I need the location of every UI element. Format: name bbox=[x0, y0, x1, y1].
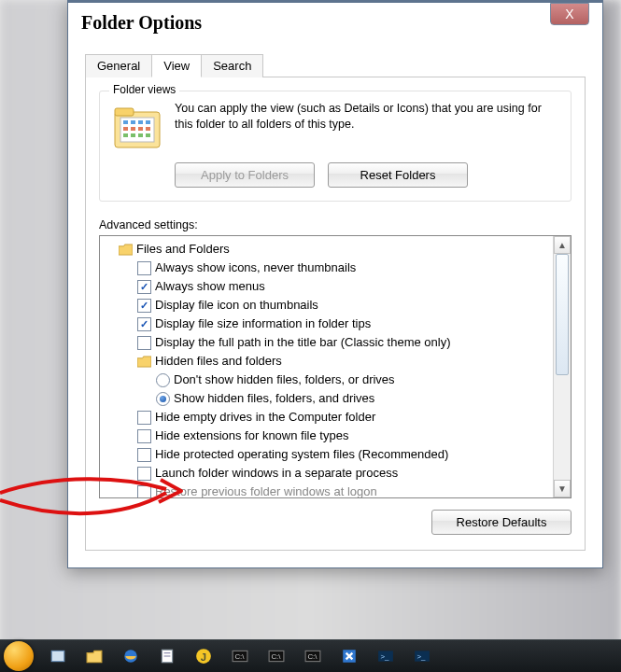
svg-rect-13 bbox=[138, 133, 143, 137]
close-button[interactable]: X bbox=[550, 3, 589, 25]
checkbox-icon bbox=[137, 429, 151, 443]
tree-label: Show hidden files, folders, and drives bbox=[174, 389, 374, 408]
apply-to-folders-button[interactable]: Apply to Folders bbox=[175, 162, 315, 188]
tree-checkbox-option[interactable]: Hide extensions for known file types bbox=[106, 427, 552, 445]
svg-text:>_: >_ bbox=[416, 652, 426, 661]
svg-rect-3 bbox=[123, 120, 128, 124]
taskbar-icon-powershell[interactable]: >_ bbox=[370, 644, 402, 668]
checkbox-icon bbox=[137, 336, 151, 350]
tree-label: Display the full path in the title bar (… bbox=[155, 333, 450, 352]
tree-label: Hidden files and folders bbox=[155, 352, 282, 371]
tree-label: Hide empty drives in the Computer folder bbox=[155, 408, 375, 427]
taskbar-icon-explorer[interactable] bbox=[78, 644, 110, 668]
tree-checkbox-option[interactable]: Hide empty drives in the Computer folder bbox=[106, 408, 552, 427]
tab-view[interactable]: View bbox=[151, 54, 202, 77]
svg-text:C:\: C:\ bbox=[271, 652, 281, 661]
titlebar: Folder Options X bbox=[68, 3, 602, 42]
close-icon: X bbox=[565, 7, 573, 21]
tree-folder[interactable]: Hidden files and folders bbox=[106, 352, 552, 371]
tree-label: Display file size information in folder … bbox=[155, 315, 371, 333]
taskbar-icon-s[interactable] bbox=[333, 644, 365, 668]
tree-label: Files and Folders bbox=[136, 240, 230, 259]
taskbar[interactable]: J C:\ C:\ C:\ >_ >_ bbox=[0, 639, 621, 672]
tree-label: Don't show hidden files, folders, or dri… bbox=[174, 371, 395, 389]
svg-rect-14 bbox=[146, 133, 150, 137]
tree-label: Launch folder windows in a separate proc… bbox=[155, 464, 398, 483]
tree-checkbox-option[interactable]: Hide protected operating system files (R… bbox=[106, 445, 552, 464]
svg-rect-10 bbox=[146, 127, 150, 131]
tree-checkbox-option[interactable]: Display file icon on thumbnails bbox=[106, 296, 552, 315]
checkbox-icon bbox=[137, 299, 151, 313]
tree-label: Always show menus bbox=[155, 277, 265, 296]
scroll-thumb[interactable] bbox=[556, 254, 569, 375]
tree-checkbox-option[interactable]: Display the full path in the title bar (… bbox=[106, 333, 552, 352]
tree-checkbox-option[interactable]: Always show icons, never thumbnails bbox=[106, 259, 552, 277]
svg-text:J: J bbox=[201, 651, 206, 663]
restore-defaults-button[interactable]: Restore Defaults bbox=[431, 510, 572, 535]
svg-text:>_: >_ bbox=[380, 652, 389, 661]
folder-views-group: Folder views You can apply the view (suc… bbox=[99, 91, 572, 202]
tree-checkbox-option[interactable]: Restore previous folder windows at logon bbox=[106, 483, 552, 497]
checkbox-icon bbox=[137, 411, 151, 425]
taskbar-icon-j[interactable]: J bbox=[188, 644, 219, 668]
svg-text:C:\: C:\ bbox=[234, 652, 245, 661]
tree-checkbox-option[interactable]: Always show menus bbox=[106, 277, 552, 296]
svg-rect-8 bbox=[131, 127, 135, 131]
tree-radio-option[interactable]: Don't show hidden files, folders, or dri… bbox=[106, 371, 552, 389]
tab-general[interactable]: General bbox=[85, 54, 152, 77]
taskbar-icon-console[interactable]: C:\ bbox=[261, 644, 292, 668]
folder-options-dialog: Folder Options X General View Search Fol… bbox=[67, 0, 603, 568]
checkbox-icon bbox=[137, 317, 151, 331]
svg-rect-5 bbox=[138, 120, 143, 124]
vertical-scrollbar[interactable]: ▲ ▼ bbox=[553, 236, 571, 497]
tree-label: Hide extensions for known file types bbox=[155, 427, 348, 445]
tree-label: Restore previous folder windows at logon bbox=[155, 483, 377, 497]
tab-search[interactable]: Search bbox=[201, 54, 263, 77]
svg-rect-9 bbox=[138, 127, 143, 131]
tree-radio-option[interactable]: Show hidden files, folders, and drives bbox=[106, 389, 552, 408]
folder-views-legend: Folder views bbox=[109, 83, 179, 96]
radio-icon bbox=[156, 373, 170, 387]
taskbar-icon-console[interactable]: C:\ bbox=[224, 644, 256, 668]
checkbox-icon bbox=[137, 467, 151, 481]
checkbox-icon bbox=[137, 485, 151, 498]
taskbar-icon-generic[interactable] bbox=[42, 644, 74, 668]
scroll-down-button[interactable]: ▼ bbox=[554, 480, 571, 497]
scroll-track[interactable] bbox=[554, 252, 571, 482]
svg-rect-11 bbox=[123, 133, 128, 137]
svg-text:C:\: C:\ bbox=[307, 652, 318, 661]
checkbox-icon bbox=[137, 261, 151, 275]
tree-folder-root[interactable]: Files and Folders bbox=[106, 240, 552, 259]
tree-label: Hide protected operating system files (R… bbox=[155, 445, 448, 464]
tree-label: Always show icons, never thumbnails bbox=[155, 259, 356, 277]
view-panel: Folder views You can apply the view (suc… bbox=[85, 77, 586, 551]
taskbar-icon-console[interactable]: C:\ bbox=[297, 644, 329, 668]
taskbar-icon-ie[interactable] bbox=[115, 644, 147, 668]
taskbar-icon-notepad[interactable] bbox=[151, 644, 183, 668]
tab-strip: General View Search bbox=[85, 53, 586, 77]
advanced-settings-label: Advanced settings: bbox=[99, 218, 572, 231]
window-title: Folder Options bbox=[81, 12, 202, 34]
svg-rect-7 bbox=[123, 127, 128, 131]
checkbox-icon bbox=[137, 280, 151, 294]
reset-folders-button[interactable]: Reset Folders bbox=[328, 162, 468, 188]
svg-rect-4 bbox=[131, 120, 135, 124]
folder-views-icon bbox=[111, 101, 163, 153]
radio-icon bbox=[156, 392, 170, 406]
folder-views-description: You can apply the view (such as Details … bbox=[175, 101, 559, 133]
tree-label: Display file icon on thumbnails bbox=[155, 296, 318, 315]
svg-rect-15 bbox=[51, 651, 64, 661]
start-button[interactable] bbox=[4, 641, 34, 671]
svg-rect-1 bbox=[115, 108, 134, 116]
checkbox-icon bbox=[137, 448, 151, 462]
advanced-settings-tree[interactable]: Files and FoldersAlways show icons, neve… bbox=[99, 235, 572, 498]
taskbar-icon-powershell[interactable]: >_ bbox=[406, 644, 438, 668]
svg-rect-12 bbox=[131, 133, 135, 137]
tree-checkbox-option[interactable]: Launch folder windows in a separate proc… bbox=[106, 464, 552, 483]
tree-checkbox-option[interactable]: Display file size information in folder … bbox=[106, 315, 552, 333]
svg-rect-6 bbox=[146, 120, 150, 124]
